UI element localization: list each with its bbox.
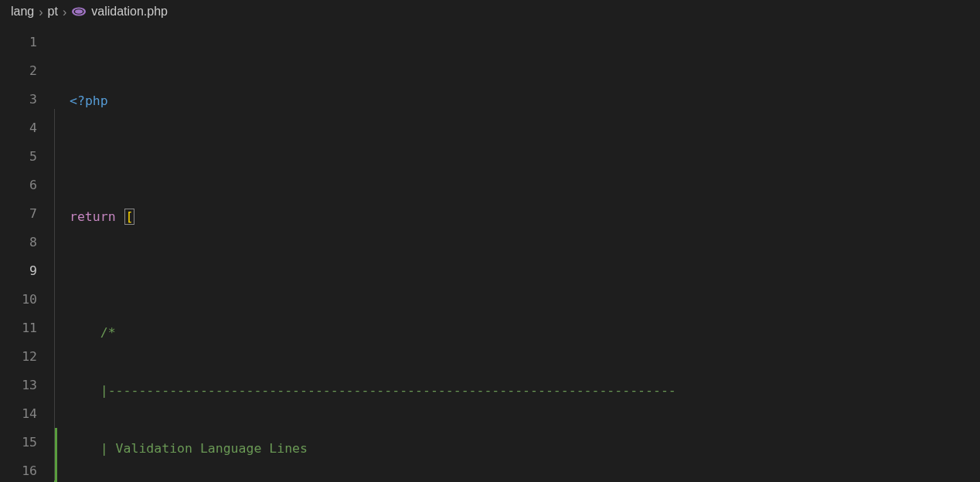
line-number: 14 <box>0 399 54 428</box>
line-number: 2 <box>0 56 54 85</box>
line-number: 16 <box>0 457 54 482</box>
line-number-gutter: 1 2 3 4 5 6 7 8 9 10 11 12 13 14 15 16 <box>0 23 54 482</box>
token-keyword: return <box>70 209 116 224</box>
code-line[interactable]: /* <box>70 318 980 347</box>
breadcrumb-item[interactable]: lang <box>11 5 34 19</box>
line-number: 7 <box>0 199 54 228</box>
chevron-right-icon: › <box>63 5 66 19</box>
line-number: 6 <box>0 171 54 199</box>
code-content[interactable]: <?php return [ /* |---------------------… <box>54 23 980 482</box>
code-editor[interactable]: 1 2 3 4 5 6 7 8 9 10 11 12 13 14 15 16 <… <box>0 23 980 482</box>
token-php-open: <? <box>70 93 85 108</box>
chevron-right-icon: › <box>39 5 43 19</box>
line-number: 12 <box>0 342 54 371</box>
token-comment: |---------------------------------------… <box>70 383 676 398</box>
line-number: 15 <box>0 428 54 457</box>
line-number: 13 <box>0 371 54 399</box>
token-comment: | Validation Language Lines <box>70 441 308 456</box>
token-comment: /* <box>70 325 116 340</box>
code-line[interactable]: return [ <box>70 202 980 231</box>
code-line[interactable]: | Validation Language Lines <box>70 434 980 463</box>
code-line[interactable]: <?php <box>70 87 980 115</box>
line-number: 1 <box>0 28 54 56</box>
token-php: php <box>85 93 108 108</box>
breadcrumb-item[interactable]: pt <box>48 5 58 19</box>
code-line[interactable] <box>70 144 980 173</box>
line-number: 11 <box>0 314 54 342</box>
svg-point-2 <box>75 9 83 14</box>
line-number: 3 <box>0 85 54 114</box>
code-line[interactable] <box>70 260 980 289</box>
breadcrumb-file[interactable]: validation.php <box>91 5 168 19</box>
code-line[interactable]: |---------------------------------------… <box>70 376 980 405</box>
line-number: 10 <box>0 285 54 314</box>
line-number: 5 <box>0 142 54 171</box>
token-bracket-open: [ <box>124 209 135 225</box>
breadcrumb[interactable]: lang › pt › validation.php <box>0 0 980 23</box>
line-number: 4 <box>0 114 54 142</box>
php-file-icon <box>71 6 87 17</box>
line-number: 8 <box>0 228 54 256</box>
indent-guide <box>54 109 55 480</box>
line-number: 9 <box>0 256 54 285</box>
token-space <box>116 209 124 224</box>
